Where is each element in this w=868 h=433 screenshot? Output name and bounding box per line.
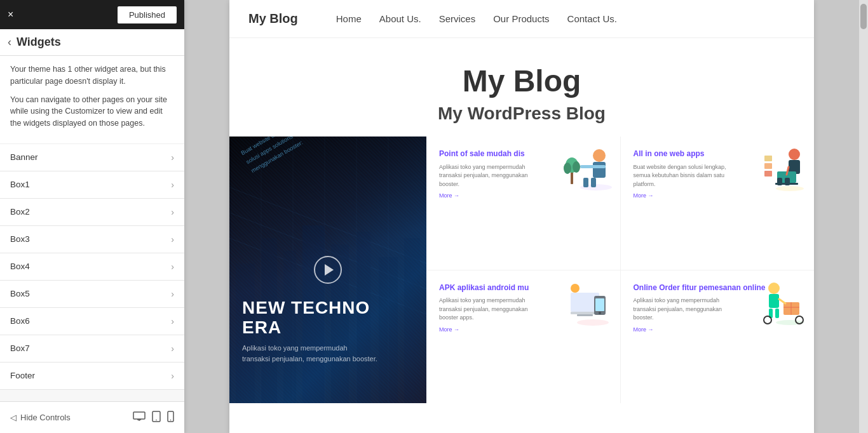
info-text-2: You can navigate to other pages on your … (10, 94, 174, 130)
widget-item-box1[interactable]: Box1 › (0, 171, 184, 199)
nav-contact[interactable]: Contact Us. (567, 13, 617, 24)
service-illustration-2 (755, 143, 809, 194)
info-section: Your theme has 1 other widget area, but … (0, 56, 184, 144)
desktop-view-button[interactable] (133, 411, 146, 425)
tablet-view-button[interactable] (152, 411, 161, 425)
svg-point-57 (768, 283, 780, 294)
svg-point-32 (573, 161, 580, 173)
widget-item-box5[interactable]: Box5 › (0, 281, 184, 308)
service-illustration-4 (755, 277, 809, 328)
hide-controls-label: Hide Controls (20, 413, 71, 422)
scrollbar-thumb[interactable] (860, 4, 867, 29)
published-button[interactable]: Published (118, 6, 177, 23)
svg-point-62 (764, 316, 771, 324)
chevron-icon-box4: › (171, 262, 174, 272)
svg-rect-28 (591, 178, 596, 187)
widget-label-box1: Box1 (10, 180, 30, 189)
site-title: My Blog (242, 63, 801, 98)
svg-rect-25 (593, 162, 606, 178)
nav-about[interactable]: About Us. (379, 13, 421, 24)
grid-main-text: NEW TECHNO ERA (242, 298, 414, 338)
sub-line-2: transaksi penjualan, menggunakan booster… (242, 354, 414, 365)
service-illustration-1 (561, 143, 615, 194)
widget-item-box3[interactable]: Box3 › (0, 226, 184, 253)
svg-rect-58 (769, 294, 779, 308)
svg-rect-47 (577, 314, 593, 316)
service-card-3-desc: Aplikasi toko yang mempermudah transaksi… (439, 296, 541, 323)
service-illustration-3 (561, 277, 615, 328)
play-icon (325, 264, 334, 276)
svg-rect-49 (595, 298, 604, 311)
back-button[interactable]: ‹ (8, 36, 11, 49)
content-grid: Buat website dengan solusi apps solution… (229, 137, 814, 403)
sub-line-1: Aplikasi toko yang mempermudah (242, 343, 414, 354)
widget-label-box3: Box3 (10, 234, 30, 244)
svg-rect-41 (764, 156, 772, 161)
preview-wrapper: My Blog Home About Us. Services Our Prod… (229, 0, 814, 433)
service-card-1: Point of sale mudah dis Aplikasi toko ya… (426, 137, 620, 270)
widget-item-box2[interactable]: Box2 › (0, 199, 184, 226)
chevron-icon-box7: › (171, 343, 174, 354)
chevron-icon-box5: › (171, 289, 174, 299)
service-cards-grid: Point of sale mudah dis Aplikasi toko ya… (426, 137, 814, 403)
svg-rect-39 (777, 178, 782, 185)
hide-controls-arrow-icon: ◁ (10, 413, 17, 422)
hide-controls-button[interactable]: ◁ Hide Controls (10, 413, 71, 422)
widget-item-banner[interactable]: Banner › (0, 144, 184, 171)
nav-products[interactable]: Our Products (493, 13, 549, 24)
svg-line-61 (779, 299, 785, 303)
service-card-2-desc: Buat website dengan solusi lengkap, semu… (634, 163, 735, 189)
nav-services[interactable]: Services (439, 13, 476, 24)
widgets-header: ‹ Widgets (0, 29, 184, 56)
site-logo: My Blog (248, 11, 298, 26)
widget-item-footer[interactable]: Footer › (0, 363, 184, 390)
svg-rect-0 (133, 412, 145, 419)
widget-label-footer: Footer (10, 371, 35, 380)
view-icons-group (133, 411, 174, 425)
widget-label-box7: Box7 (10, 343, 30, 353)
service-card-2: All in one web apps Buat website dengan … (621, 137, 815, 270)
svg-point-34 (789, 149, 800, 160)
widget-label-box6: Box6 (10, 316, 30, 326)
site-hero: My Blog My WordPress Blog (229, 38, 814, 137)
svg-point-6 (170, 419, 172, 420)
svg-point-50 (599, 312, 601, 314)
svg-rect-27 (583, 178, 588, 187)
site-nav: My Blog Home About Us. Services Our Prod… (229, 0, 814, 38)
svg-point-31 (564, 163, 571, 174)
svg-rect-40 (785, 178, 790, 185)
widget-label-box2: Box2 (10, 207, 30, 216)
svg-point-51 (571, 284, 580, 293)
mobile-view-button[interactable] (167, 411, 174, 425)
widget-item-box4[interactable]: Box4 › (0, 253, 184, 281)
widget-item-box6[interactable]: Box6 › (0, 308, 184, 335)
nav-home[interactable]: Home (336, 13, 362, 24)
svg-rect-43 (764, 171, 772, 177)
svg-line-7 (229, 187, 426, 263)
widget-item-box7[interactable]: Box7 › (0, 335, 184, 363)
preview-outer: My Blog Home About Us. Services Our Prod… (184, 0, 868, 433)
widget-list: Banner › Box1 › Box2 › Box3 › Box4 › Box… (0, 144, 184, 401)
svg-point-4 (156, 419, 157, 420)
chevron-icon-banner: › (171, 152, 174, 163)
play-button[interactable] (314, 256, 342, 284)
tablet-icon (152, 411, 161, 422)
chevron-icon-box2: › (171, 207, 174, 217)
chevron-icon-box6: › (171, 316, 174, 326)
svg-point-33 (776, 186, 804, 191)
main-preview: My Blog Home About Us. Services Our Prod… (184, 0, 859, 433)
service-card-3: APK aplikasi android mu Aplikasi toko ya… (426, 270, 620, 404)
right-scrollbar (859, 0, 868, 433)
customizer-panel: × Published ‹ Widgets Your theme has 1 o… (0, 0, 184, 433)
svg-point-44 (577, 319, 609, 326)
svg-rect-42 (764, 163, 772, 169)
svg-rect-26 (580, 165, 606, 168)
site-subtitle: My WordPress Blog (242, 103, 801, 124)
service-card-4-desc: Aplikasi toko yang mempermudah transaksi… (634, 296, 735, 323)
chevron-icon-box3: › (171, 234, 174, 244)
widget-label-box4: Box4 (10, 262, 30, 271)
widget-label-banner: Banner (10, 152, 38, 162)
close-button[interactable]: × (8, 10, 13, 20)
svg-point-24 (593, 149, 606, 162)
widgets-title: Widgets (17, 36, 61, 49)
